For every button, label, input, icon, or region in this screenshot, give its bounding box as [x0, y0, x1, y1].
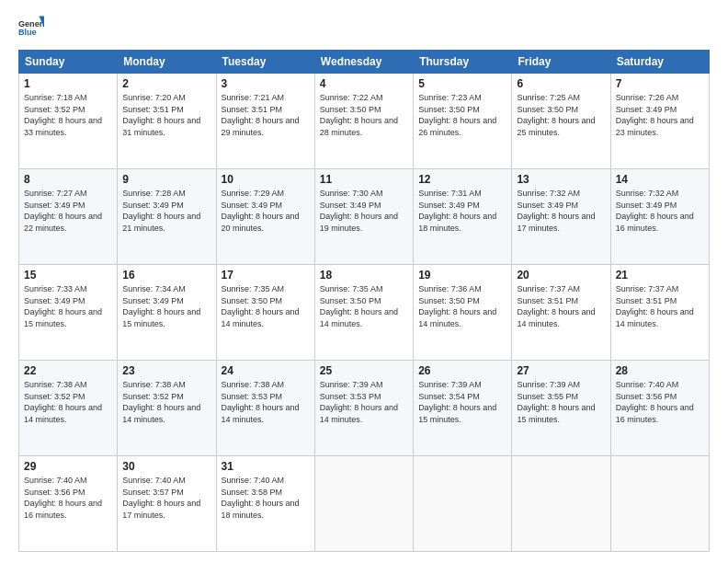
sunrise-label: Sunrise: 7:36 AM: [418, 284, 482, 293]
calendar-cell: 31 Sunrise: 7:40 AM Sunset: 3:58 PM Dayl…: [216, 456, 314, 552]
sunset-label: Sunset: 3:49 PM: [24, 201, 85, 210]
day-info: Sunrise: 7:35 AM Sunset: 3:50 PM Dayligh…: [320, 283, 408, 329]
day-number: 4: [320, 77, 408, 90]
day-info: Sunrise: 7:35 AM Sunset: 3:50 PM Dayligh…: [222, 283, 310, 329]
sunset-label: Sunset: 3:55 PM: [517, 392, 578, 401]
daylight-label: Daylight: 8 hours and 18 minutes.: [418, 212, 496, 233]
day-info: Sunrise: 7:25 AM Sunset: 3:50 PM Dayligh…: [517, 92, 605, 138]
sunrise-label: Sunrise: 7:38 AM: [122, 380, 186, 389]
calendar-cell: 18 Sunrise: 7:35 AM Sunset: 3:50 PM Dayl…: [314, 265, 413, 361]
day-number: 18: [320, 269, 408, 282]
calendar-header-row: SundayMondayTuesdayWednesdayThursdayFrid…: [19, 51, 710, 74]
day-number: 21: [616, 269, 704, 282]
svg-text:Blue: Blue: [18, 28, 37, 37]
day-info: Sunrise: 7:39 AM Sunset: 3:53 PM Dayligh…: [320, 379, 408, 425]
week-row-1: 1 Sunrise: 7:18 AM Sunset: 3:52 PM Dayli…: [19, 74, 710, 169]
sunset-label: Sunset: 3:49 PM: [222, 201, 283, 210]
sunrise-label: Sunrise: 7:20 AM: [122, 93, 186, 102]
day-number: 9: [122, 173, 210, 186]
page: General Blue SundayMondayTuesdayWednesda…: [0, 0, 728, 563]
day-info: Sunrise: 7:39 AM Sunset: 3:54 PM Dayligh…: [418, 379, 506, 425]
daylight-label: Daylight: 8 hours and 14 minutes.: [616, 307, 694, 328]
day-number: 19: [418, 269, 506, 282]
col-header-monday: Monday: [118, 51, 216, 74]
day-info: Sunrise: 7:26 AM Sunset: 3:49 PM Dayligh…: [616, 92, 704, 138]
calendar-cell: 21 Sunrise: 7:37 AM Sunset: 3:51 PM Dayl…: [610, 265, 709, 361]
sunset-label: Sunset: 3:49 PM: [320, 201, 381, 210]
calendar-cell: 13 Sunrise: 7:32 AM Sunset: 3:49 PM Dayl…: [512, 169, 610, 265]
daylight-label: Daylight: 8 hours and 20 minutes.: [222, 212, 300, 233]
sunrise-label: Sunrise: 7:30 AM: [320, 189, 383, 198]
daylight-label: Daylight: 8 hours and 14 minutes.: [418, 307, 496, 328]
sunrise-label: Sunrise: 7:21 AM: [222, 93, 285, 102]
week-row-3: 15 Sunrise: 7:33 AM Sunset: 3:49 PM Dayl…: [19, 265, 710, 361]
sunset-label: Sunset: 3:53 PM: [320, 392, 381, 401]
col-header-friday: Friday: [512, 51, 610, 74]
sunset-label: Sunset: 3:50 PM: [320, 105, 381, 114]
sunrise-label: Sunrise: 7:22 AM: [320, 93, 383, 102]
calendar-cell: 26 Sunrise: 7:39 AM Sunset: 3:54 PM Dayl…: [414, 361, 512, 456]
day-info: Sunrise: 7:38 AM Sunset: 3:52 PM Dayligh…: [24, 379, 112, 425]
daylight-label: Daylight: 8 hours and 33 minutes.: [24, 116, 102, 137]
calendar-cell: 3 Sunrise: 7:21 AM Sunset: 3:51 PM Dayli…: [216, 74, 314, 169]
sunset-label: Sunset: 3:50 PM: [222, 296, 283, 305]
daylight-label: Daylight: 8 hours and 16 minutes.: [616, 403, 694, 424]
calendar-cell: 24 Sunrise: 7:38 AM Sunset: 3:53 PM Dayl…: [216, 361, 314, 456]
day-number: 31: [222, 460, 310, 473]
calendar-cell: 16 Sunrise: 7:34 AM Sunset: 3:49 PM Dayl…: [118, 265, 216, 361]
col-header-saturday: Saturday: [610, 51, 709, 74]
calendar-cell: [314, 456, 413, 552]
day-number: 7: [616, 77, 704, 90]
sunrise-label: Sunrise: 7:23 AM: [418, 93, 482, 102]
calendar-cell: [610, 456, 709, 552]
sunset-label: Sunset: 3:49 PM: [122, 201, 184, 210]
day-number: 29: [24, 460, 112, 473]
logo: General Blue: [18, 15, 44, 40]
calendar-cell: 28 Sunrise: 7:40 AM Sunset: 3:56 PM Dayl…: [610, 361, 709, 456]
daylight-label: Daylight: 8 hours and 14 minutes.: [517, 307, 595, 328]
calendar-cell: 4 Sunrise: 7:22 AM Sunset: 3:50 PM Dayli…: [314, 74, 413, 169]
day-number: 11: [320, 173, 408, 186]
day-number: 28: [616, 364, 704, 377]
sunset-label: Sunset: 3:57 PM: [122, 488, 184, 497]
calendar-cell: 15 Sunrise: 7:33 AM Sunset: 3:49 PM Dayl…: [19, 265, 118, 361]
sunset-label: Sunset: 3:49 PM: [616, 105, 677, 114]
header: General Blue: [18, 15, 710, 40]
sunset-label: Sunset: 3:49 PM: [517, 201, 578, 210]
sunset-label: Sunset: 3:51 PM: [517, 296, 578, 305]
day-info: Sunrise: 7:22 AM Sunset: 3:50 PM Dayligh…: [320, 92, 408, 138]
daylight-label: Daylight: 8 hours and 29 minutes.: [222, 116, 300, 137]
day-info: Sunrise: 7:27 AM Sunset: 3:49 PM Dayligh…: [24, 188, 112, 234]
day-info: Sunrise: 7:40 AM Sunset: 3:56 PM Dayligh…: [24, 475, 112, 521]
calendar-cell: 2 Sunrise: 7:20 AM Sunset: 3:51 PM Dayli…: [118, 74, 216, 169]
calendar-cell: 10 Sunrise: 7:29 AM Sunset: 3:49 PM Dayl…: [216, 169, 314, 265]
day-number: 10: [222, 173, 310, 186]
day-number: 23: [122, 364, 210, 377]
calendar-cell: 25 Sunrise: 7:39 AM Sunset: 3:53 PM Dayl…: [314, 361, 413, 456]
daylight-label: Daylight: 8 hours and 28 minutes.: [320, 116, 398, 137]
sunrise-label: Sunrise: 7:25 AM: [517, 93, 580, 102]
sunset-label: Sunset: 3:50 PM: [517, 105, 578, 114]
day-number: 26: [418, 364, 506, 377]
calendar-cell: 8 Sunrise: 7:27 AM Sunset: 3:49 PM Dayli…: [19, 169, 118, 265]
day-number: 24: [222, 364, 310, 377]
sunset-label: Sunset: 3:49 PM: [24, 296, 85, 305]
calendar-cell: 14 Sunrise: 7:32 AM Sunset: 3:49 PM Dayl…: [610, 169, 709, 265]
sunrise-label: Sunrise: 7:34 AM: [122, 284, 186, 293]
calendar-cell: 7 Sunrise: 7:26 AM Sunset: 3:49 PM Dayli…: [610, 74, 709, 169]
day-info: Sunrise: 7:28 AM Sunset: 3:49 PM Dayligh…: [122, 188, 210, 234]
col-header-tuesday: Tuesday: [216, 51, 314, 74]
sunrise-label: Sunrise: 7:37 AM: [517, 284, 580, 293]
week-row-2: 8 Sunrise: 7:27 AM Sunset: 3:49 PM Dayli…: [19, 169, 710, 265]
generalblue-logo-icon: General Blue: [18, 15, 44, 40]
svg-text:General: General: [18, 19, 44, 29]
day-info: Sunrise: 7:36 AM Sunset: 3:50 PM Dayligh…: [418, 283, 506, 329]
daylight-label: Daylight: 8 hours and 23 minutes.: [616, 116, 694, 137]
calendar-cell: 23 Sunrise: 7:38 AM Sunset: 3:52 PM Dayl…: [118, 361, 216, 456]
sunset-label: Sunset: 3:52 PM: [24, 392, 85, 401]
day-info: Sunrise: 7:37 AM Sunset: 3:51 PM Dayligh…: [616, 283, 704, 329]
daylight-label: Daylight: 8 hours and 15 minutes.: [122, 307, 200, 328]
calendar-body: 1 Sunrise: 7:18 AM Sunset: 3:52 PM Dayli…: [19, 74, 710, 552]
day-info: Sunrise: 7:38 AM Sunset: 3:52 PM Dayligh…: [122, 379, 210, 425]
day-info: Sunrise: 7:31 AM Sunset: 3:49 PM Dayligh…: [418, 188, 506, 234]
